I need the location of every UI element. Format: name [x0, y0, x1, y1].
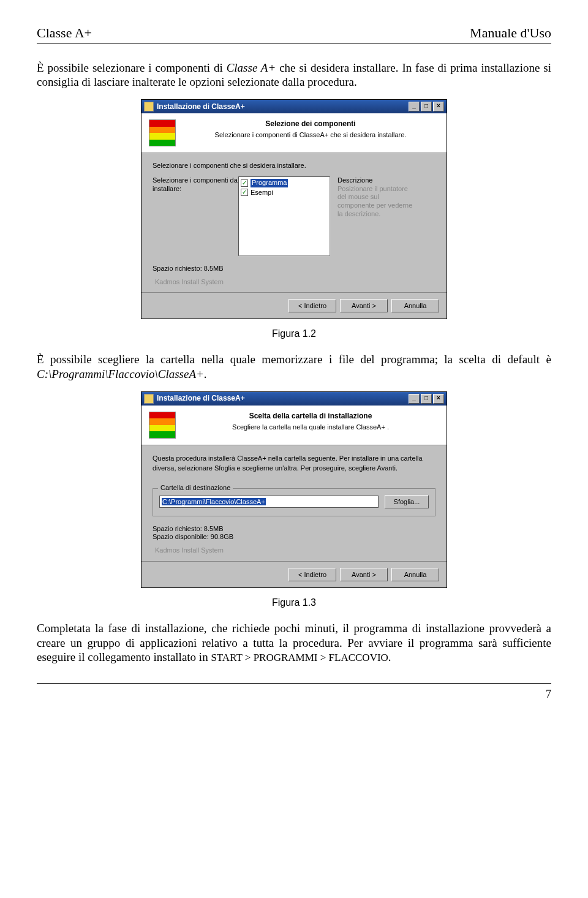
- back-button[interactable]: < Indietro: [288, 568, 336, 581]
- app-icon: [144, 102, 154, 111]
- cancel-button[interactable]: Annulla: [391, 568, 439, 581]
- next-button[interactable]: Avanti >: [340, 568, 388, 581]
- header-right: Manuale d'Uso: [470, 25, 551, 42]
- maximize-button[interactable]: □: [421, 394, 432, 404]
- banner-subtitle: Selezionare i componenti di ClasseA+ che…: [182, 131, 439, 140]
- instruction-text: Selezionare i componenti che si desidera…: [153, 162, 435, 170]
- minimize-button[interactable]: _: [409, 102, 420, 111]
- select-components-label: Selezionare i componenti da installare:: [153, 176, 238, 194]
- space-required: Spazio richiesto: 8.5MB: [153, 265, 435, 273]
- banner-title: Selezione dei componenti: [182, 119, 439, 129]
- header-left: Classe A+: [37, 25, 92, 42]
- titlebar: Installazione di ClasseA+ _ □ ×: [141, 392, 447, 406]
- figure-caption-1: Figura 1.2: [37, 328, 551, 340]
- component-item-esempi[interactable]: ✓ Esempi: [241, 189, 328, 197]
- close-button[interactable]: ×: [433, 102, 444, 111]
- path-input[interactable]: C:\Programmi\Flaccovio\ClasseA+: [159, 496, 379, 508]
- cancel-button[interactable]: Annulla: [391, 299, 439, 312]
- window-title: Installazione di ClasseA+: [157, 394, 245, 403]
- description-box: Descrizione Posizionare il puntatore del…: [337, 176, 417, 219]
- installer-window-components: Installazione di ClasseA+ _ □ × Selezion…: [141, 99, 447, 319]
- banner: Scelta della cartella di installazione S…: [141, 406, 447, 445]
- destination-legend: Cartella di destinazione: [158, 484, 233, 492]
- close-button[interactable]: ×: [433, 394, 444, 404]
- banner-title: Scelta della cartella di installazione: [182, 412, 439, 421]
- page-number: 7: [546, 688, 551, 700]
- components-listbox[interactable]: ✓ Programma ✓ Esempi: [238, 176, 330, 256]
- figure-caption-2: Figura 1.3: [37, 597, 551, 609]
- paragraph-intro-1: È possibile selezionare i componenti di …: [37, 61, 551, 90]
- page-header: Classe A+ Manuale d'Uso: [37, 25, 551, 43]
- installer-window-folder: Installazione di ClasseA+ _ □ × Scelta d…: [141, 391, 447, 588]
- button-row: < Indietro Avanti > Annulla: [141, 561, 447, 587]
- window-title: Installazione di ClasseA+: [157, 102, 245, 111]
- body-text: Questa procedura installerà ClasseA+ nel…: [153, 454, 435, 474]
- app-icon: [144, 394, 154, 404]
- titlebar: Installazione di ClasseA+ _ □ ×: [141, 100, 447, 113]
- browse-button[interactable]: Sfoglia...: [385, 495, 429, 508]
- checkbox-icon[interactable]: ✓: [241, 179, 248, 187]
- install-system-label: Kadmos Install System: [155, 546, 435, 555]
- banner: Selezione dei componenti Selezionare i c…: [141, 113, 447, 153]
- minimize-button[interactable]: _: [409, 394, 420, 404]
- banner-subtitle: Scegliere la cartella nella quale instal…: [182, 423, 439, 432]
- space-available: Spazio disponibile: 90.8GB: [153, 533, 435, 541]
- maximize-button[interactable]: □: [421, 102, 432, 111]
- back-button[interactable]: < Indietro: [288, 299, 336, 312]
- install-system-label: Kadmos Install System: [155, 278, 435, 287]
- checkbox-icon[interactable]: ✓: [241, 189, 248, 196]
- page-footer: 7: [37, 683, 551, 701]
- destination-fieldset: Cartella di destinazione C:\Programmi\Fl…: [153, 488, 435, 516]
- logo-icon: [149, 119, 176, 146]
- space-required: Spazio richiesto: 8.5MB: [153, 525, 435, 534]
- next-button[interactable]: Avanti >: [340, 299, 388, 312]
- paragraph-closing: Completata la fase di installazione, che…: [37, 621, 551, 665]
- logo-icon: [149, 412, 176, 439]
- button-row: < Indietro Avanti > Annulla: [141, 292, 447, 319]
- paragraph-intro-2: È possibile scegliere la cartella nella …: [37, 352, 551, 382]
- component-item-programma[interactable]: ✓ Programma: [241, 179, 328, 187]
